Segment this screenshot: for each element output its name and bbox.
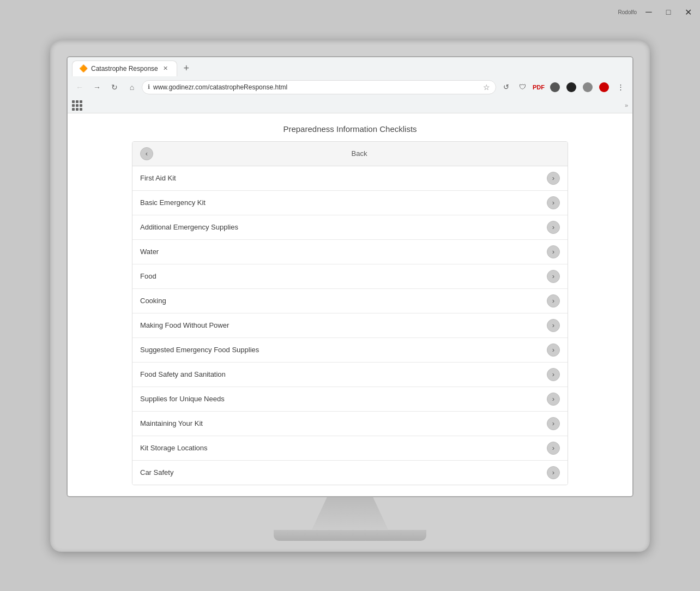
- back-label: Back: [159, 149, 560, 158]
- chevron-right-icon: ›: [547, 417, 560, 430]
- item-label: Basic Emergency Kit: [140, 198, 547, 207]
- list-item[interactable]: Water ›: [132, 240, 568, 264]
- browser-titlebar: Rodolfo ─ □ ✕ 🔶 Catastrophe Response ✕ +: [68, 57, 632, 76]
- item-label: Food Safety and Sanitation: [140, 370, 547, 378]
- monitor: Rodolfo ─ □ ✕ 🔶 Catastrophe Response ✕ +…: [50, 40, 650, 552]
- item-label: Food: [140, 272, 547, 280]
- chevron-right-icon: ›: [547, 196, 560, 209]
- monitor-stand: [274, 497, 426, 552]
- item-label: Water: [140, 248, 547, 256]
- list-item[interactable]: Car Safety ›: [132, 461, 568, 485]
- item-label: Kit Storage Locations: [140, 444, 547, 452]
- back-arrow-icon[interactable]: ‹: [140, 147, 153, 160]
- page-content: Preparedness Information Checklists ‹ Ba…: [68, 113, 632, 496]
- chevron-right-icon: ›: [547, 368, 560, 381]
- browser-tab[interactable]: 🔶 Catastrophe Response ✕: [72, 61, 177, 76]
- chevron-right-icon: ›: [547, 172, 560, 185]
- item-label: Suggested Emergency Food Supplies: [140, 346, 547, 354]
- lock-icon: ℹ: [148, 83, 150, 91]
- list-item[interactable]: Food ›: [132, 264, 568, 289]
- item-label: Car Safety: [140, 468, 547, 477]
- refresh-icon-btn[interactable]: ↺: [498, 80, 514, 95]
- browser-chrome: Rodolfo ─ □ ✕ 🔶 Catastrophe Response ✕ +…: [68, 57, 632, 113]
- bookmark-icon: ☆: [483, 83, 490, 92]
- shield-icon-btn[interactable]: 🛡: [515, 80, 530, 95]
- list-item[interactable]: Supplies for Unique Needs ›: [132, 387, 568, 412]
- back-row[interactable]: ‹ Back: [132, 142, 568, 166]
- chevron-right-icon: ›: [547, 442, 560, 455]
- item-label: Supplies for Unique Needs: [140, 395, 547, 403]
- chevron-right-icon: ›: [547, 294, 560, 307]
- item-label: Making Food Without Power: [140, 321, 547, 329]
- item-label: Maintaining Your Kit: [140, 419, 547, 427]
- back-nav-button[interactable]: ←: [72, 80, 87, 95]
- list-item[interactable]: Additional Emergency Supplies ›: [132, 215, 568, 240]
- chevron-right-icon: ›: [547, 466, 560, 479]
- tab-title: Catastrophe Response: [91, 65, 158, 73]
- chevron-right-icon: ›: [547, 270, 560, 283]
- stand-base: [274, 530, 426, 541]
- chevron-right-icon: ›: [547, 221, 560, 234]
- url-text: www.godinezr.com/catastropheResponse.htm…: [153, 83, 480, 91]
- list-item[interactable]: Food Safety and Sanitation ›: [132, 363, 568, 387]
- item-label: First Aid Kit: [140, 174, 547, 182]
- item-label: Cooking: [140, 297, 547, 305]
- apps-row: »: [68, 98, 632, 113]
- page-title: Preparedness Information Checklists: [79, 124, 621, 134]
- ext-circle-red[interactable]: [596, 80, 612, 95]
- toolbar-icons: ↺ 🛡 PDF ⋮: [498, 80, 628, 95]
- menu-button[interactable]: ⋮: [613, 80, 628, 95]
- chevron-right-icon: ›: [547, 343, 560, 357]
- tab-favicon: 🔶: [79, 64, 88, 73]
- bookmarks-arrow: »: [625, 102, 628, 108]
- list-item[interactable]: First Aid Kit ›: [132, 166, 568, 191]
- list-item[interactable]: Basic Emergency Kit ›: [132, 191, 568, 215]
- checklist-items-container: First Aid Kit › Basic Emergency Kit › Ad…: [132, 166, 568, 485]
- monitor-screen: Rodolfo ─ □ ✕ 🔶 Catastrophe Response ✕ +…: [67, 56, 633, 497]
- new-tab-button[interactable]: +: [179, 61, 194, 75]
- reload-button[interactable]: ↻: [107, 80, 122, 95]
- pdf-icon-btn[interactable]: PDF: [531, 80, 546, 95]
- apps-grid-icon[interactable]: [72, 100, 82, 111]
- forward-nav-button[interactable]: →: [89, 80, 105, 95]
- home-button[interactable]: ⌂: [124, 80, 140, 95]
- list-item[interactable]: Making Food Without Power ›: [132, 313, 568, 338]
- chevron-right-icon: ›: [547, 319, 560, 332]
- browser-toolbar: ← → ↻ ⌂ ℹ www.godinezr.com/catastropheRe…: [68, 76, 632, 98]
- chevron-right-icon: ›: [547, 393, 560, 406]
- tab-close-button[interactable]: ✕: [161, 64, 170, 73]
- list-item[interactable]: Kit Storage Locations ›: [132, 436, 568, 461]
- chevron-right-icon: ›: [547, 245, 560, 258]
- list-item[interactable]: Suggested Emergency Food Supplies ›: [132, 338, 568, 363]
- list-item[interactable]: Cooking ›: [132, 289, 568, 313]
- address-bar[interactable]: ℹ www.godinezr.com/catastropheResponse.h…: [142, 80, 496, 94]
- stand-neck: [312, 497, 388, 530]
- list-item[interactable]: Maintaining Your Kit ›: [132, 412, 568, 436]
- ext-circle-black[interactable]: [564, 80, 579, 95]
- checklist-container: ‹ Back First Aid Kit › Basic Emergency K…: [132, 141, 568, 485]
- item-label: Additional Emergency Supplies: [140, 223, 547, 231]
- ext-circle-gray[interactable]: [580, 80, 595, 95]
- ext-circle-dark[interactable]: [547, 80, 563, 95]
